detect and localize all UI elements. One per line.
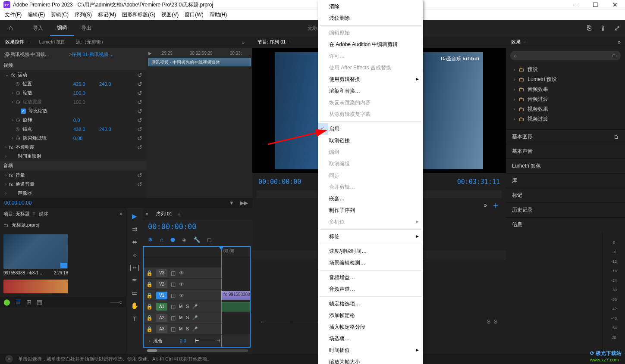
home-icon[interactable]: ⌂ [9, 24, 13, 32]
context-menu-item[interactable]: 取消链接 [318, 135, 423, 146]
context-menu-item[interactable]: 使用剪辑替换▸ [318, 74, 423, 85]
track-v1[interactable]: V1 [156, 292, 167, 299]
position-y[interactable]: 240.0 [99, 81, 125, 87]
solo-button[interactable]: S [186, 315, 189, 320]
video-effects-folder[interactable]: ›🗀视频效果 [506, 104, 625, 114]
voice-icon[interactable]: 🎤 [192, 327, 198, 331]
panel-essential-graphics[interactable]: 基本图形🗋 [506, 129, 625, 144]
motion-label[interactable]: 运动 [18, 72, 27, 78]
solo-button[interactable]: S [186, 327, 189, 331]
mute-button[interactable]: M [179, 327, 182, 331]
toggle-icon[interactable]: ◫ [171, 304, 176, 310]
audio-effects-folder[interactable]: ›🗀音频效果 [506, 84, 625, 94]
panel-overflow-icon[interactable]: » [119, 211, 122, 217]
channel-vol-label[interactable]: 通道音量 [16, 181, 35, 187]
voice-icon[interactable]: 🎤 [192, 315, 198, 320]
pen-tool[interactable]: ✒ [132, 276, 138, 284]
menu-graphics[interactable]: 图形和标题(G) [119, 11, 158, 19]
creative-cloud-icon[interactable]: ∞ [5, 355, 13, 363]
rectangle-tool[interactable]: ▭ [132, 289, 138, 297]
audio-clip[interactable] [221, 302, 251, 311]
rotation-val[interactable]: 0.0 [73, 118, 99, 123]
toggle-icon[interactable]: ◫ [171, 315, 176, 321]
panel-overflow-icon[interactable]: » [237, 37, 250, 47]
reset-icon[interactable]: ↺ [137, 135, 142, 142]
anchor-y[interactable]: 243.0 [99, 127, 125, 132]
track-a2[interactable]: A2 [156, 314, 167, 322]
lumetri-preset-folder[interactable]: ›🗀Lumetri 预设 [506, 75, 625, 84]
reset-icon[interactable]: ↺ [137, 90, 142, 96]
context-menu-item[interactable]: 速度/持续时间… [318, 246, 423, 257]
timeline-timecode[interactable]: 00:00:00:00 [148, 222, 197, 231]
visibility-icon[interactable]: 👁 [179, 281, 184, 287]
preset-folder[interactable]: ›🗀预设 [506, 65, 625, 75]
reset-icon[interactable]: ↺ [137, 172, 142, 179]
solo-button[interactable]: S [186, 304, 189, 309]
quick-export-icon[interactable]: ⎘ [587, 24, 591, 32]
settings-icon[interactable]: 🔧 [193, 236, 200, 243]
tab-effect-controls[interactable]: 效果控件≡ [0, 36, 34, 48]
visibility-icon[interactable]: 👁 [179, 270, 184, 276]
workspace-edit[interactable]: 编辑 [50, 21, 74, 36]
context-menu-item[interactable]: 启用✓ [318, 123, 423, 135]
overflow-icon[interactable]: » [484, 202, 487, 208]
audio-transitions-folder[interactable]: ›🗀音频过渡 [506, 94, 625, 104]
fx-timeline-clip[interactable]: 腾讯视频 - 中国领先的在线视频媒体 [148, 58, 251, 66]
context-menu-item[interactable]: 音频声道… [318, 283, 423, 295]
volume-label[interactable]: 音量 [16, 172, 25, 178]
track-a1[interactable]: A1 [156, 303, 167, 311]
panel-markers[interactable]: 标记 [506, 188, 625, 202]
mute-button[interactable]: M [179, 315, 182, 320]
context-menu-item[interactable]: 渲染和替换… [318, 85, 423, 97]
panel-lumetri-color[interactable]: Lumetri 颜色 [506, 159, 625, 173]
voice-icon[interactable]: 🎤 [192, 304, 198, 309]
snap-icon[interactable]: ❄ [148, 236, 153, 243]
prop-antiflicker[interactable]: 防闪烁滤镜 [23, 135, 47, 141]
tab-program[interactable]: 节目: 序列 01 ≡ [252, 36, 297, 48]
new-bin-icon[interactable]: 🗀 [612, 53, 617, 59]
bin-icon[interactable]: 🗀 [3, 223, 8, 228]
context-menu-item[interactable]: 场选项… [318, 333, 423, 345]
solo-button[interactable]: S [487, 319, 490, 325]
prop-scale[interactable]: 缩放 [23, 90, 32, 96]
lock-icon[interactable]: 🔒 [146, 292, 153, 299]
context-menu-item[interactable]: 添加帧定格 [318, 310, 423, 321]
context-menu-item[interactable]: 场景编辑检测… [318, 257, 423, 269]
fx-timecode[interactable]: 00:00:00:00 [4, 200, 31, 206]
new-item-icon[interactable]: ⬤ [3, 299, 10, 305]
context-menu-item[interactable]: 标签▸ [318, 231, 423, 243]
close-tab-icon[interactable]: × [145, 211, 148, 217]
tab-project[interactable]: 项目: 无标题 [3, 211, 30, 217]
tab-source-none[interactable]: 源:（无剪辑） [71, 36, 111, 48]
lock-icon[interactable]: 🔒 [146, 270, 153, 276]
add-button-icon[interactable]: ＋ [491, 199, 500, 211]
reset-icon[interactable]: ↺ [137, 144, 142, 151]
new-icon[interactable]: 🗋 [614, 134, 619, 140]
context-menu-item[interactable]: 缩放为帧大小 [318, 356, 423, 364]
minimize-button[interactable]: ─ [565, 0, 585, 9]
context-menu-item[interactable]: 时间插值▸ [318, 345, 423, 356]
filter-icon[interactable]: ▶▶ [240, 200, 248, 206]
anchor-x[interactable]: 432.0 [73, 127, 99, 132]
context-menu-item[interactable]: 清除 [318, 1, 423, 12]
prop-position[interactable]: 位置 [22, 81, 32, 87]
video-transitions-folder[interactable]: ›🗀视频过渡 [506, 114, 625, 124]
menu-help[interactable]: 帮助(H) [207, 11, 230, 19]
type-tool[interactable]: T [132, 315, 136, 322]
reset-icon[interactable]: ↺ [137, 181, 142, 188]
fullscreen-icon[interactable]: ⤢ [614, 24, 620, 32]
toggle-icon[interactable]: ◫ [171, 281, 176, 287]
context-menu-item[interactable]: 音频增益… [318, 272, 423, 283]
mix-label[interactable]: 混合 [153, 338, 163, 344]
timeline-tracks[interactable]: 00:00 00:00:59:29 00:01:59:29 00:02: 🔒V3… [143, 246, 251, 348]
track-a3[interactable]: A3 [156, 325, 167, 333]
timeline-tab[interactable]: 序列 01 [151, 208, 177, 220]
panel-overflow-icon[interactable]: » [618, 39, 621, 45]
program-left-tc[interactable]: 00:00:00:00 [258, 178, 301, 186]
marker-icon[interactable]: ⬣ [170, 236, 175, 243]
program-right-tc[interactable]: 00:03:31:11 [457, 178, 500, 186]
linked-selection-icon[interactable]: ∩ [160, 236, 163, 243]
lock-icon[interactable]: 🔒 [146, 304, 153, 310]
context-menu-item[interactable]: 插入帧定格分段 [318, 321, 423, 333]
scale-val[interactable]: 100.0 [73, 90, 99, 96]
